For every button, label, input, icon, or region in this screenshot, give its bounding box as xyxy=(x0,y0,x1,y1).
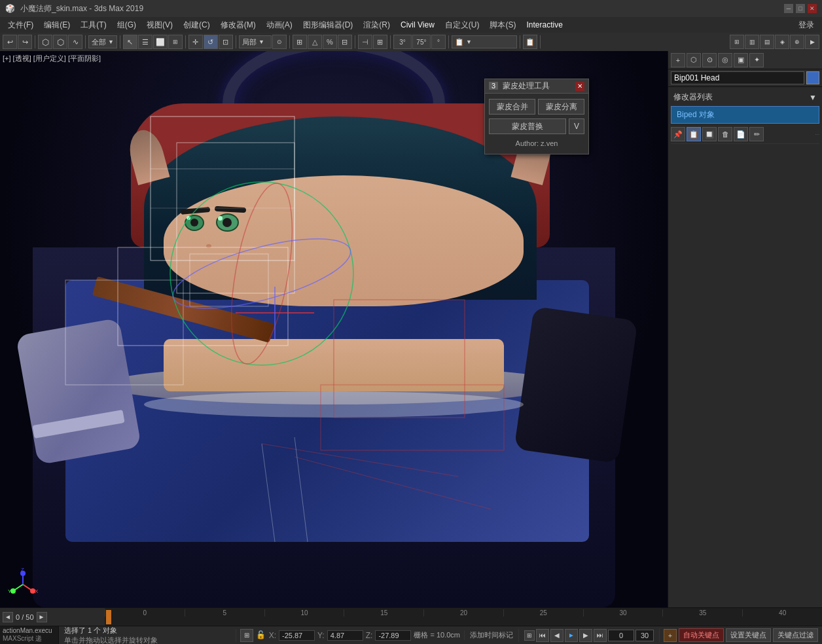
menu-group[interactable]: 组(G) xyxy=(112,18,141,32)
maximize-btn[interactable]: □ xyxy=(796,4,805,13)
rp-icon1[interactable]: + xyxy=(671,53,685,67)
svg-rect-0 xyxy=(151,116,295,260)
key-filters-btn[interactable]: 关键点过滤 xyxy=(773,628,818,642)
persp-view-btn[interactable]: ◈ xyxy=(775,35,789,49)
rp-icon4[interactable]: ◎ xyxy=(718,53,732,67)
timeline-track[interactable]: 0 5 10 15 20 25 30 35 40 xyxy=(105,608,822,626)
menu-create[interactable]: 创建(C) xyxy=(178,18,215,32)
statusbar-text2: 单击并拖动以选择并旋转对象 xyxy=(64,635,230,645)
add-time-tag-btn[interactable]: 添加时间标记 xyxy=(464,630,518,640)
ref-coord-dropdown[interactable]: 局部▼ xyxy=(239,35,272,48)
skin-convert-btn[interactable]: 蒙皮普换 xyxy=(489,118,566,134)
play-btn-prev[interactable]: ◀ xyxy=(550,629,563,642)
anim-frame-field[interactable]: 0 xyxy=(608,630,634,641)
play-btn-first[interactable]: ⏮ xyxy=(536,629,549,642)
move-btn[interactable]: ✛ xyxy=(188,35,203,49)
menu-customize[interactable]: 自定义(U) xyxy=(440,18,485,32)
menu-tools[interactable]: 工具(T) xyxy=(75,18,111,32)
layer-mgr-btn[interactable]: 📋 xyxy=(523,35,537,49)
play-btn-last[interactable]: ⏭ xyxy=(594,629,607,642)
menu-file[interactable]: 文件(F) xyxy=(3,18,39,32)
modifier-item-biped[interactable]: Biped 对象 xyxy=(671,107,819,123)
select-btn[interactable]: ↖ xyxy=(123,35,137,49)
timeline-next-btn[interactable]: ► xyxy=(37,612,47,622)
menu-interactive[interactable]: Interactive xyxy=(521,19,567,31)
play-btn-next[interactable]: ▶ xyxy=(579,629,592,642)
skin-merge-btn[interactable]: 蒙皮合并 xyxy=(489,99,535,115)
set-key-btn[interactable]: 设置关键点 xyxy=(726,628,771,642)
skin-dialog-titlebar[interactable]: 3 蒙皮处理工具 ✕ xyxy=(485,79,588,94)
rp-icon2[interactable]: ⬡ xyxy=(687,53,701,67)
select-name-btn[interactable]: ☰ xyxy=(138,35,152,49)
mod-copy-btn[interactable]: 📄 xyxy=(734,127,748,141)
side-view-btn[interactable]: ▤ xyxy=(760,35,774,49)
spinner-snap-btn[interactable]: ⊟ xyxy=(338,35,352,49)
mirror-btn[interactable]: ⊣ xyxy=(358,35,372,49)
menu-edit[interactable]: 编辑(E) xyxy=(39,18,75,32)
coord-plane-lock[interactable]: ⊞ xyxy=(240,629,253,642)
mod-show-btn[interactable]: 📋 xyxy=(687,127,701,141)
menu-script[interactable]: 脚本(S) xyxy=(484,18,521,32)
modifier-list: Biped 对象 xyxy=(671,106,819,124)
minimize-btn[interactable]: ─ xyxy=(784,4,793,13)
mod-delete-btn[interactable]: 🗑 xyxy=(718,127,732,141)
quad-view-btn[interactable]: ⊞ xyxy=(730,35,744,49)
timeline-counter: 0 / 50 xyxy=(16,613,34,621)
menu-view[interactable]: 视图(V) xyxy=(141,18,178,32)
undo-btn[interactable]: ↩ xyxy=(3,35,17,49)
menu-animation[interactable]: 动画(A) xyxy=(261,18,298,32)
mod-pin-btn[interactable]: 📌 xyxy=(671,127,685,141)
anim-mode-toggle[interactable]: ⊞ xyxy=(524,630,535,641)
extra-tools-btn[interactable]: ▶ xyxy=(805,35,819,49)
link-btn[interactable]: ⬡ xyxy=(38,35,52,49)
mod-show2-btn[interactable]: 🔲 xyxy=(702,127,717,141)
add-key-btn[interactable]: + xyxy=(664,629,677,642)
rp-icon6[interactable]: ✦ xyxy=(749,53,764,67)
skin-dialog-close-btn[interactable]: ✕ xyxy=(575,82,584,91)
coord-z-value[interactable]: -27.89 xyxy=(375,630,411,641)
align-btn[interactable]: ⊞ xyxy=(373,35,387,49)
scale-btn[interactable]: ⊡ xyxy=(219,35,233,49)
bind-space-warp-btn[interactable]: ∿ xyxy=(68,35,82,49)
menubar: 文件(F) 编辑(E) 工具(T) 组(G) 视图(V) 创建(C) 修改器(M… xyxy=(0,17,822,33)
rp-icon5[interactable]: ▣ xyxy=(734,53,748,67)
zoom-extents-btn[interactable]: ⊕ xyxy=(790,35,804,49)
mod-paste-btn[interactable]: ✏ xyxy=(749,127,764,141)
play-btn-play[interactable]: ► xyxy=(565,629,578,642)
playback-controls: ⊞ ⏮ ◀ ► ▶ ⏭ 0 30 xyxy=(518,629,659,642)
menu-graph[interactable]: 图形编辑器(D) xyxy=(298,18,359,32)
select-filter-dropdown[interactable]: 全部 ▼ xyxy=(88,35,117,48)
timeline-slider[interactable] xyxy=(106,610,111,624)
angle-snap-btn[interactable]: △ xyxy=(308,35,322,49)
pivot-btn[interactable]: ⊙ xyxy=(272,35,287,49)
window-crossing-btn[interactable]: ⊞ xyxy=(168,35,183,49)
coord-y-value[interactable]: 4.87 xyxy=(327,630,363,641)
modifier-list-dropdown-icon[interactable]: ▼ xyxy=(809,93,817,102)
auto-key-btn[interactable]: 自动关键点 xyxy=(679,628,724,642)
percent-snap-btn[interactable]: % xyxy=(323,35,337,49)
anim-fps-field[interactable]: 30 xyxy=(635,630,654,641)
redo-btn[interactable]: ↪ xyxy=(18,35,32,49)
menu-login[interactable]: 登录 xyxy=(793,18,819,32)
snap-btn[interactable]: ⊞ xyxy=(293,35,307,49)
skin-v-btn[interactable]: V xyxy=(569,118,584,134)
svg-point-7 xyxy=(170,182,353,365)
coord-lock-icon[interactable]: 🔓 xyxy=(256,630,266,641)
menu-modify[interactable]: 修改器(M) xyxy=(215,18,261,32)
close-btn[interactable]: ✕ xyxy=(808,4,817,13)
rp-icon3[interactable]: ⊙ xyxy=(702,53,717,67)
object-color-swatch[interactable] xyxy=(806,71,819,84)
statusbar-messages: 选择了 1 个 对象 单击并拖动以选择并旋转对象 xyxy=(59,626,236,645)
object-name-field[interactable]: Bip001 Head xyxy=(671,71,804,84)
skin-separate-btn[interactable]: 蒙皮分离 xyxy=(538,99,584,115)
menu-render[interactable]: 渲染(R) xyxy=(358,18,395,32)
rotate-btn[interactable]: ↺ xyxy=(204,35,218,49)
coord-x-value[interactable]: -25.87 xyxy=(279,630,315,641)
region-select-btn[interactable]: ⬜ xyxy=(153,35,168,49)
timeline-prev-btn[interactable]: ◄ xyxy=(3,612,13,622)
unlink-btn[interactable]: ⬡ xyxy=(53,35,67,49)
menu-civilview[interactable]: Civil View xyxy=(395,19,440,31)
viewport-label: [+] [透视] [用户定义] [平面阴影] xyxy=(3,54,101,63)
named-sel-field[interactable]: 📋 ▼ xyxy=(452,35,517,48)
front-view-btn[interactable]: ▥ xyxy=(745,35,759,49)
